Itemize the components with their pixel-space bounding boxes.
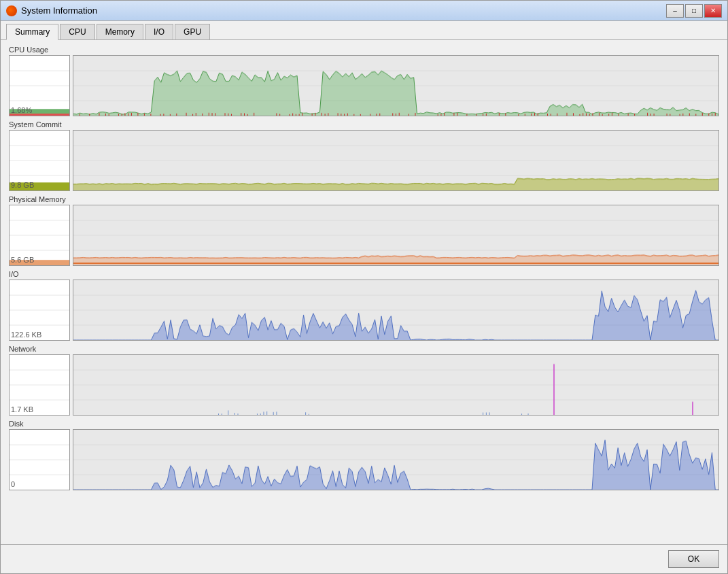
io-value: 122.6 KB <box>11 331 41 339</box>
section-cpu-usage: CPU Usage 1.68% <box>9 46 719 116</box>
system-commit-title: System Commit <box>9 120 719 129</box>
disk-main-graph <box>73 429 719 490</box>
disk-value: 0 <box>11 480 15 488</box>
io-title: I/O <box>9 270 719 278</box>
physical-memory-title: Physical Memory <box>9 195 719 203</box>
network-main-canvas <box>73 355 718 415</box>
cpu-main-canvas <box>73 56 718 116</box>
maximize-button[interactable]: □ <box>685 4 703 18</box>
disk-mini-canvas <box>10 430 69 490</box>
tab-cpu[interactable]: CPU <box>60 24 94 39</box>
io-main-canvas <box>73 280 718 340</box>
physical-memory-row: 5.6 GB <box>9 205 719 266</box>
tab-memory[interactable]: Memory <box>97 24 143 39</box>
disk-mini-graph: 0 <box>9 429 70 490</box>
io-main-graph <box>73 280 719 341</box>
title-bar-left: System Information <box>6 5 97 16</box>
cpu-value: 1.68% <box>11 106 32 114</box>
main-content: CPU Usage 1.68% System Commit 9.8 GB <box>1 40 727 544</box>
section-disk: Disk 0 <box>9 420 719 490</box>
disk-row: 0 <box>9 429 719 490</box>
section-physical-memory: Physical Memory 5.6 GB <box>9 195 719 266</box>
ok-button[interactable]: OK <box>668 550 719 568</box>
commit-mini-graph: 9.8 GB <box>9 130 70 191</box>
system-commit-row: 9.8 GB <box>9 130 719 191</box>
title-controls: – □ ✕ <box>666 4 722 18</box>
commit-main-graph <box>73 130 719 191</box>
network-main-graph <box>73 354 719 416</box>
memory-mini-graph: 5.6 GB <box>9 205 70 266</box>
network-mini-graph: 1.7 KB <box>9 354 70 416</box>
main-window: System Information – □ ✕ Summary CPU Mem… <box>0 0 728 574</box>
memory-main-canvas <box>73 205 718 265</box>
network-row: 1.7 KB <box>9 354 719 416</box>
io-mini-graph: 122.6 KB <box>9 280 70 341</box>
tab-summary[interactable]: Summary <box>6 24 58 40</box>
tab-gpu[interactable]: GPU <box>175 24 210 39</box>
io-row: 122.6 KB <box>9 280 719 341</box>
app-icon <box>6 5 17 16</box>
title-bar: System Information – □ ✕ <box>1 1 727 21</box>
disk-main-canvas <box>73 430 718 490</box>
memory-value: 5.6 GB <box>11 256 34 264</box>
commit-value: 9.8 GB <box>11 181 34 189</box>
network-title: Network <box>9 345 719 353</box>
cpu-mini-graph: 1.68% <box>9 55 70 116</box>
tab-bar: Summary CPU Memory I/O GPU <box>1 21 727 40</box>
commit-main-canvas <box>73 131 718 190</box>
minimize-button[interactable]: – <box>666 4 684 18</box>
section-io: I/O 122.6 KB <box>9 270 719 341</box>
memory-main-graph <box>73 205 719 266</box>
section-network: Network 1.7 KB <box>9 345 719 416</box>
section-system-commit: System Commit 9.8 GB <box>9 120 719 191</box>
footer: OK <box>1 544 727 573</box>
window-title: System Information <box>21 5 97 16</box>
cpu-main-graph <box>73 55 719 116</box>
tab-io[interactable]: I/O <box>145 24 173 39</box>
close-button[interactable]: ✕ <box>704 4 722 18</box>
cpu-usage-row: 1.68% <box>9 55 719 116</box>
network-value: 1.7 KB <box>11 405 33 413</box>
cpu-usage-title: CPU Usage <box>9 46 719 54</box>
disk-title: Disk <box>9 420 719 428</box>
